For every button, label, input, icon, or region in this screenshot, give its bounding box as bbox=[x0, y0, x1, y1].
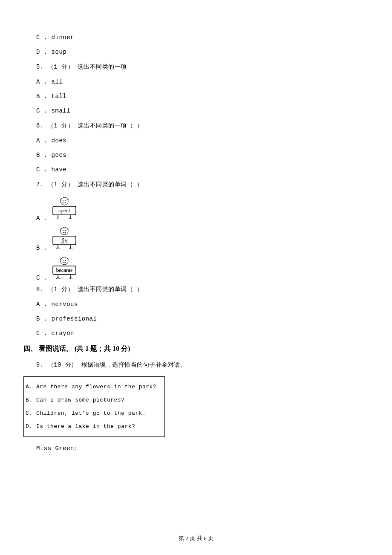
q6-option-b: B . goes bbox=[23, 152, 369, 159]
svg-point-1 bbox=[63, 200, 63, 201]
question-6-stem: 6. （1 分） 选出不同类的一项（ ） bbox=[23, 122, 369, 130]
q7-option-a: A . spent bbox=[23, 196, 369, 222]
fill-blank[interactable] bbox=[78, 445, 104, 450]
q9-optB: B. Can I draw some pictures? bbox=[24, 393, 164, 407]
q5-option-a: A . all bbox=[23, 78, 369, 85]
q8-option-c: C . crayon bbox=[23, 330, 369, 337]
q7-b-label: B . bbox=[36, 245, 47, 251]
question-8-stem: 8. （1 分） 选出不同类的单词（ ） bbox=[23, 286, 369, 293]
svg-point-13 bbox=[63, 260, 63, 261]
q9-optA: A. Are there any flowers in the park? bbox=[24, 380, 164, 393]
svg-point-7 bbox=[63, 230, 63, 231]
section-4-title: 四、 看图说话。 (共 1 题；共 10 分) bbox=[23, 344, 369, 353]
q7-option-b: B . fly bbox=[23, 226, 369, 251]
svg-point-2 bbox=[65, 200, 66, 201]
sign-icon: fly bbox=[49, 226, 79, 251]
page-footer: 第 2 页 共 6 页 bbox=[0, 535, 392, 542]
q9-optD: D. Is there a lake in the park? bbox=[24, 420, 164, 433]
question-7-stem: 7. （1 分） 选出不同类的单词（ ） bbox=[23, 181, 369, 188]
sign-word: became bbox=[56, 267, 73, 273]
q7-option-c: C . became bbox=[23, 256, 369, 281]
svg-point-14 bbox=[65, 260, 66, 261]
q8-option-b: B . professional bbox=[23, 315, 369, 322]
dialog-prefix: Miss Green: bbox=[36, 445, 78, 452]
q7-a-label: A . bbox=[36, 215, 47, 222]
svg-point-8 bbox=[65, 230, 66, 231]
q7-c-label: C . bbox=[36, 275, 47, 281]
option-c: C . dinner bbox=[23, 34, 369, 41]
sign-word: spent bbox=[58, 207, 70, 214]
question-9-stem: 9. （10 分） 根据语境，选择恰当的句子补全对话。 bbox=[23, 361, 369, 369]
option-d: D . soup bbox=[23, 49, 369, 55]
q8-option-a: A . nervous bbox=[23, 301, 369, 308]
sign-word: fly bbox=[61, 237, 68, 243]
page-content: C . dinner D . soup 5. （1 分） 选出不同类的一项 A … bbox=[0, 0, 392, 477]
q6-option-c: C . have bbox=[23, 166, 369, 173]
q9-options-box: A. Are there any flowers in the park? B.… bbox=[23, 376, 165, 437]
q6-option-a: A . does bbox=[23, 137, 369, 144]
sign-icon: became bbox=[49, 256, 79, 281]
sign-icon: spent bbox=[49, 196, 79, 222]
q9-dialog-line-1: Miss Green: bbox=[23, 445, 369, 452]
q5-option-c: C . small bbox=[23, 107, 369, 114]
q5-option-b: B . tall bbox=[23, 93, 369, 100]
question-5-stem: 5. （1 分） 选出不同类的一项 bbox=[23, 63, 369, 71]
q9-optC: C. Children, let's go to the park. bbox=[24, 407, 164, 420]
